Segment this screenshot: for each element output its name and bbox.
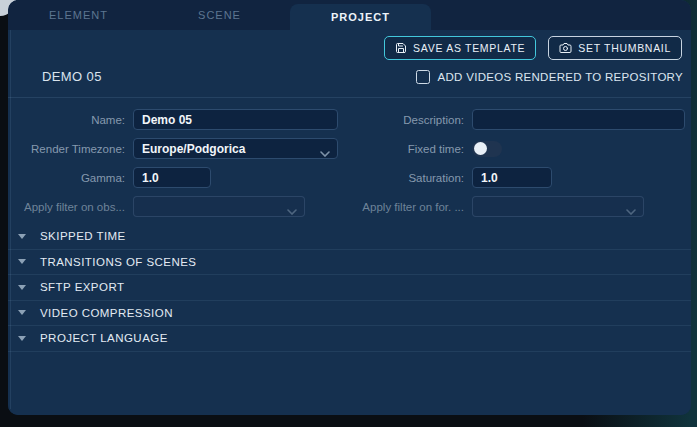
- section-sftp-export[interactable]: SFTP EXPORT: [8, 275, 691, 301]
- app-root: { "colors": { "accent_cyan": "#43c8dc", …: [0, 0, 697, 427]
- caret-down-icon: [18, 336, 26, 341]
- caret-down-icon: [18, 285, 26, 290]
- render-timezone-label: Render Timezone:: [8, 143, 125, 155]
- name-input[interactable]: [133, 109, 338, 130]
- form-row-filters: Apply filter on obs... Apply filter on f…: [8, 192, 691, 221]
- checkbox-icon[interactable]: [416, 70, 430, 84]
- tab-scene[interactable]: SCENE: [149, 0, 290, 30]
- description-label: Description:: [349, 114, 464, 126]
- tab-element[interactable]: ELEMENT: [8, 0, 149, 30]
- saturation-input[interactable]: [472, 167, 552, 188]
- add-videos-checkbox[interactable]: ADD VIDEOS RENDERED TO REPOSITORY: [416, 70, 684, 84]
- camera-icon: [559, 42, 572, 54]
- saturation-label: Saturation:: [349, 172, 464, 184]
- filter-obs-label: Apply filter on obs...: [8, 201, 125, 213]
- save-icon: [395, 42, 407, 54]
- save-as-template-label: SAVE AS TEMPLATE: [413, 42, 525, 54]
- gamma-label: Gamma:: [8, 172, 125, 184]
- gamma-field-group: Gamma:: [8, 167, 349, 188]
- tab-bar: ELEMENT SCENE PROJECT: [8, 0, 691, 30]
- filter-for-label: Apply filter on for. ...: [349, 201, 464, 213]
- settings-form: Name: Description: Render Timezone: Euro…: [8, 98, 691, 221]
- fixed-time-field-group: Fixed time:: [349, 141, 690, 157]
- name-field-group: Name:: [8, 109, 349, 130]
- description-field-group: Description:: [349, 109, 690, 130]
- project-settings-window: ELEMENT SCENE PROJECT SAVE AS TEMPLATE: [8, 0, 691, 415]
- caret-down-icon: [18, 259, 26, 264]
- toggle-knob: [474, 142, 487, 155]
- set-thumbnail-button[interactable]: SET THUMBNAIL: [548, 36, 682, 60]
- save-as-template-button[interactable]: SAVE AS TEMPLATE: [384, 36, 536, 60]
- project-title: DEMO 05: [42, 69, 102, 84]
- caret-down-icon: [18, 234, 26, 239]
- section-video-compression[interactable]: VIDEO COMPRESSION: [8, 301, 691, 327]
- section-label: TRANSITIONS OF SCENES: [40, 256, 196, 268]
- section-transitions-of-scenes[interactable]: TRANSITIONS OF SCENES: [8, 250, 691, 276]
- set-thumbnail-label: SET THUMBNAIL: [578, 42, 671, 54]
- section-label: SFTP EXPORT: [40, 281, 124, 293]
- name-label: Name:: [8, 114, 125, 126]
- section-label: SKIPPED TIME: [40, 230, 126, 242]
- accordion-sections: SKIPPED TIME TRANSITIONS OF SCENES SFTP …: [8, 224, 691, 352]
- filter-for-field-group: Apply filter on for. ...: [349, 196, 690, 217]
- chevron-down-icon: [320, 146, 330, 160]
- section-label: VIDEO COMPRESSION: [40, 307, 173, 319]
- render-timezone-select[interactable]: Europe/Podgorica: [133, 138, 338, 159]
- filter-obs-field-group: Apply filter on obs...: [8, 196, 349, 217]
- filter-for-select[interactable]: [472, 196, 644, 217]
- chevron-down-icon: [287, 204, 297, 218]
- form-row-gamma-saturation: Gamma: Saturation:: [8, 163, 691, 192]
- project-panel: SAVE AS TEMPLATE SET THUMBNAIL DEMO 05 A…: [8, 30, 691, 415]
- toolbar: SAVE AS TEMPLATE SET THUMBNAIL: [8, 30, 691, 56]
- section-project-language[interactable]: PROJECT LANGUAGE: [8, 326, 691, 352]
- add-videos-label: ADD VIDEOS RENDERED TO REPOSITORY: [438, 71, 684, 83]
- gamma-input[interactable]: [133, 167, 211, 188]
- form-row-name-description: Name: Description:: [8, 105, 691, 134]
- caret-down-icon: [18, 310, 26, 315]
- saturation-field-group: Saturation:: [349, 167, 690, 188]
- section-skipped-time[interactable]: SKIPPED TIME: [8, 224, 691, 250]
- section-label: PROJECT LANGUAGE: [40, 332, 168, 344]
- chevron-down-icon: [626, 204, 636, 218]
- render-timezone-value: Europe/Podgorica: [142, 142, 245, 156]
- form-row-timezone-fixedtime: Render Timezone: Europe/Podgorica Fixed …: [8, 134, 691, 163]
- timezone-field-group: Render Timezone: Europe/Podgorica: [8, 138, 349, 159]
- filter-obs-select[interactable]: [133, 196, 305, 217]
- header-row: DEMO 05 ADD VIDEOS RENDERED TO REPOSITOR…: [8, 56, 691, 97]
- fixed-time-toggle[interactable]: [472, 141, 502, 157]
- description-input[interactable]: [472, 109, 685, 130]
- tab-project[interactable]: PROJECT: [290, 4, 431, 30]
- fixed-time-label: Fixed time:: [349, 143, 464, 155]
